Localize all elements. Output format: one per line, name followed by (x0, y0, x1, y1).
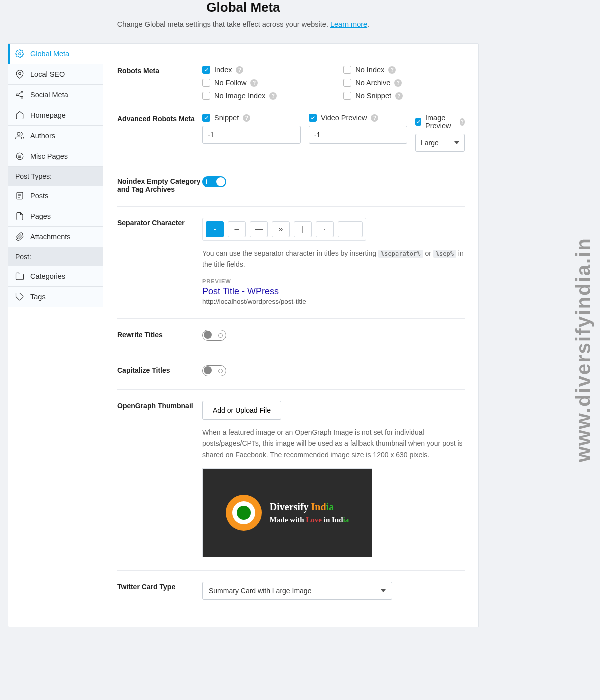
sidebar-item-label: Pages (30, 212, 51, 220)
separator-option[interactable]: | (294, 222, 312, 238)
sidebar-header-post-types: Post Types: (8, 167, 103, 186)
checkbox-icon (202, 66, 210, 74)
separator-option[interactable]: » (272, 222, 290, 238)
logo-circle-icon (226, 495, 262, 531)
gear-icon (16, 50, 24, 58)
checkbox-no-image-index[interactable]: No Image Index? (202, 92, 324, 100)
content-area: Robots Meta Index? No Index? No Follow? … (104, 44, 479, 627)
sidebar-item-social-meta[interactable]: Social Meta (8, 85, 103, 106)
sidebar-item-label: Posts (30, 192, 48, 200)
separator-option[interactable] (338, 222, 363, 238)
separator-option[interactable]: · (316, 222, 334, 238)
page-title: Global Meta (18, 0, 469, 16)
logo-text: Diversify India Made with Love in India (270, 502, 349, 524)
advanced-robots-label: Advanced Robots Meta (118, 114, 202, 152)
learn-more-link[interactable]: Learn more (330, 20, 368, 28)
sidebar-item-label: Misc Pages (30, 152, 68, 160)
rewrite-titles-label: Rewrite Titles (118, 330, 202, 341)
help-icon[interactable]: ? (250, 80, 258, 87)
checkbox-icon (202, 79, 210, 87)
separator-label: Separator Character (118, 218, 202, 306)
checkbox-icon (416, 118, 422, 126)
preview-title: Post Title - WPress (202, 286, 465, 297)
chevron-down-icon (454, 142, 460, 144)
sidebar-item-categories[interactable]: Categories (8, 266, 103, 287)
help-icon[interactable]: ? (243, 114, 250, 122)
users-icon (16, 132, 24, 140)
sidebar-item-label: Authors (30, 132, 56, 140)
help-icon[interactable]: ? (388, 66, 396, 74)
twitter-card-label: Twitter Card Type (118, 582, 202, 600)
upload-file-button[interactable]: Add or Upload File (202, 401, 282, 420)
sidebar-item-label: Global Meta (30, 50, 70, 58)
rewrite-titles-toggle[interactable] (202, 330, 226, 341)
help-icon[interactable]: ? (236, 66, 244, 74)
robots-meta-label: Robots Meta (118, 66, 202, 100)
checkbox-image-preview[interactable]: Image Preview? (416, 114, 465, 130)
og-thumbnail-preview: Diversify India Made with Love in India (202, 468, 372, 558)
post-icon (16, 192, 24, 200)
sidebar-item-local-seo[interactable]: Local SEO (8, 64, 103, 85)
separator-description: You can use the separator character in t… (202, 248, 465, 270)
svg-point-0 (19, 53, 22, 56)
checkbox-no-index[interactable]: No Index? (344, 66, 464, 74)
svg-point-2 (16, 94, 18, 96)
sidebar-item-tags[interactable]: Tags (8, 287, 103, 308)
separator-option[interactable]: – (228, 222, 246, 238)
pin-icon (16, 70, 24, 79)
list-icon (16, 152, 24, 161)
sidebar-item-pages[interactable]: Pages (8, 206, 103, 227)
sidebar-header-post: Post: (8, 248, 103, 266)
capitalize-titles-label: Capitalize Titles (118, 366, 202, 376)
sidebar: Global Meta Local SEO Social Meta Homepa… (8, 44, 104, 627)
svg-point-1 (19, 72, 22, 75)
help-icon[interactable]: ? (396, 92, 403, 100)
checkbox-no-snippet[interactable]: No Snippet? (344, 92, 464, 100)
home-icon (16, 111, 24, 120)
checkbox-icon (202, 114, 210, 122)
tag-icon (16, 292, 24, 302)
separator-option[interactable]: — (250, 222, 268, 238)
sidebar-item-homepage[interactable]: Homepage (8, 106, 103, 126)
help-icon[interactable]: ? (394, 80, 402, 87)
checkbox-icon (344, 79, 352, 87)
image-preview-select[interactable]: Large (416, 134, 465, 152)
sidebar-item-attachments[interactable]: Attachments (8, 227, 103, 248)
checkbox-icon (344, 92, 352, 100)
sidebar-item-posts[interactable]: Posts (8, 186, 103, 206)
sidebar-item-label: Homepage (30, 112, 66, 120)
watermark-text: www.diversifyindia.in (572, 238, 595, 462)
sidebar-item-global-meta[interactable]: Global Meta (8, 44, 103, 64)
help-icon[interactable]: ? (460, 118, 465, 126)
noindex-empty-toggle[interactable] (202, 176, 226, 188)
svg-point-4 (22, 96, 24, 98)
svg-line-5 (18, 93, 22, 95)
checkbox-icon (202, 92, 210, 100)
capitalize-titles-toggle[interactable] (202, 366, 226, 376)
sidebar-item-label: Local SEO (30, 70, 65, 78)
sidebar-item-label: Attachments (30, 233, 71, 241)
page-subtitle: Change Global meta settings that take ef… (18, 20, 469, 28)
checkbox-no-archive[interactable]: No Archive? (344, 79, 464, 87)
help-icon[interactable]: ? (371, 114, 378, 122)
sidebar-item-authors[interactable]: Authors (8, 126, 103, 146)
help-icon[interactable]: ? (270, 92, 277, 100)
sidebar-item-label: Tags (30, 293, 46, 301)
checkbox-video-preview[interactable]: Video Preview? (309, 114, 408, 122)
video-preview-input[interactable] (309, 126, 408, 144)
share-icon (16, 90, 24, 100)
checkbox-icon (309, 114, 317, 122)
checkbox-snippet[interactable]: Snippet? (202, 114, 301, 122)
paperclip-icon (16, 232, 24, 242)
checkbox-icon (344, 66, 352, 74)
checkbox-no-follow[interactable]: No Follow? (202, 79, 324, 87)
snippet-input[interactable] (202, 126, 301, 144)
sidebar-item-misc-pages[interactable]: Misc Pages (8, 146, 103, 167)
chevron-down-icon (381, 590, 386, 592)
noindex-empty-label: Noindex Empty Category and Tag Archives (118, 176, 202, 194)
checkbox-index[interactable]: Index? (202, 66, 324, 74)
page-icon (16, 212, 24, 221)
separator-option[interactable]: - (206, 222, 224, 238)
twitter-card-select[interactable]: Summary Card with Large Image (202, 582, 392, 600)
sidebar-item-label: Social Meta (30, 91, 68, 99)
